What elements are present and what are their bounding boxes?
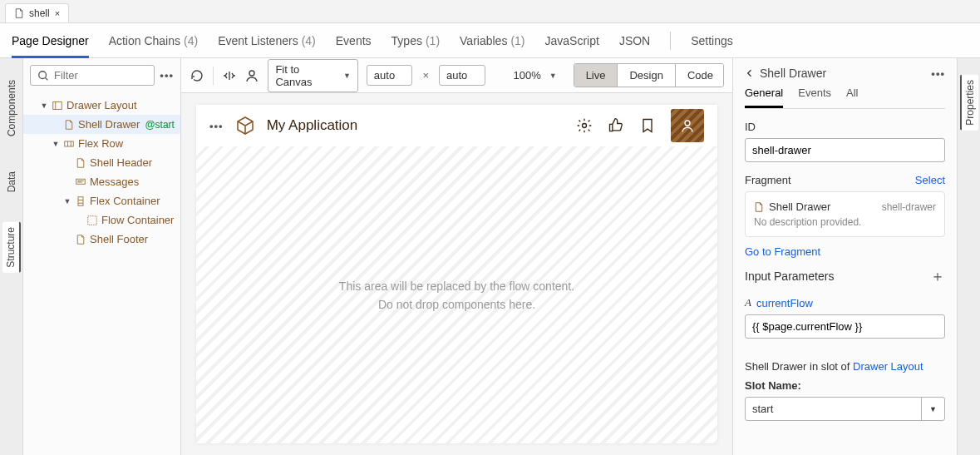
app-title: My Application: [267, 117, 358, 134]
tree-row[interactable]: Messages: [23, 172, 180, 191]
close-icon[interactable]: ×: [55, 8, 60, 18]
thumbs-up-icon[interactable]: [608, 117, 624, 134]
app-header: ••• My Application: [196, 105, 717, 146]
editor-toolbar: Fit to Canvas▼ auto × auto 100% ▼ Live D…: [181, 58, 732, 93]
add-param-icon[interactable]: ＋: [930, 266, 945, 286]
filter-input[interactable]: [54, 69, 147, 82]
app-menu-icon[interactable]: •••: [209, 120, 224, 132]
fragment-name: Shell Drawer: [769, 200, 830, 213]
structure-menu-icon[interactable]: •••: [160, 69, 174, 82]
tree-row[interactable]: ▼Flex Container: [23, 191, 180, 210]
zoom-chevron-icon[interactable]: ▼: [549, 72, 557, 80]
tab-javascript[interactable]: JavaScript: [545, 23, 599, 57]
mode-live[interactable]: Live: [574, 64, 618, 87]
tabs-separator: [670, 32, 671, 50]
svg-point-7: [583, 124, 587, 128]
chevron-down-icon: ▼: [343, 72, 351, 80]
tree-row[interactable]: Flow Container: [23, 210, 180, 230]
fragment-desc: No description provided.: [754, 216, 936, 228]
tab-all[interactable]: All: [846, 87, 858, 108]
rail-structure[interactable]: Structure: [2, 222, 21, 273]
caret-down-icon[interactable]: ▼: [40, 101, 48, 110]
rail-properties[interactable]: Properties: [960, 75, 978, 131]
app-logo-icon: [235, 116, 255, 136]
canvas-height-input[interactable]: auto: [439, 65, 485, 86]
zoom-label: 100%: [513, 69, 540, 82]
node-icon: [86, 215, 98, 225]
param-currentflow[interactable]: A currentFlow: [745, 296, 945, 309]
tab-general[interactable]: General: [745, 87, 783, 108]
tab-settings[interactable]: Settings: [691, 23, 733, 57]
rail-components[interactable]: Components: [6, 75, 17, 141]
param-name: currentFlow: [756, 297, 813, 309]
tree-row[interactable]: ▼Flex Row: [23, 134, 180, 153]
page-icon: [754, 202, 764, 212]
user-icon[interactable]: [245, 68, 260, 83]
editor-column: Fit to Canvas▼ auto × auto 100% ▼ Live D…: [181, 58, 732, 455]
file-tab-shell[interactable]: shell ×: [5, 3, 69, 22]
canvas: ••• My Application: [196, 105, 717, 443]
tab-event-listeners[interactable]: Event Listeners(4): [218, 23, 316, 57]
mode-design[interactable]: Design: [617, 64, 674, 87]
fragment-id: shell-drawer: [882, 201, 936, 213]
svg-point-6: [249, 71, 254, 76]
id-input[interactable]: [745, 138, 945, 162]
tab-json[interactable]: JSON: [619, 23, 650, 57]
chevron-down-icon[interactable]: ▼: [921, 398, 944, 420]
node-label: Flex Container: [90, 195, 160, 207]
node-icon: [75, 158, 86, 168]
svg-rect-3: [76, 179, 86, 184]
input-params-heading: Input Parameters: [745, 270, 834, 283]
param-value-input[interactable]: [745, 314, 945, 339]
mode-code[interactable]: Code: [675, 64, 724, 87]
tab-events[interactable]: Events: [336, 23, 372, 57]
svg-rect-4: [78, 196, 83, 205]
avatar[interactable]: [671, 109, 704, 142]
left-rail: Components Data Structure: [0, 58, 23, 455]
svg-point-0: [39, 71, 47, 78]
canvas-width-input[interactable]: auto: [367, 65, 413, 86]
node-icon: [75, 235, 86, 245]
reload-icon[interactable]: [190, 68, 204, 83]
tab-types[interactable]: Types(1): [392, 23, 440, 57]
fragment-label: Fragment: [745, 174, 791, 186]
canvas-fit-select[interactable]: Fit to Canvas▼: [268, 59, 357, 92]
page-icon: [14, 8, 24, 18]
separator: [213, 67, 214, 85]
filter-input-wrap[interactable]: [30, 65, 155, 86]
tab-action-chains[interactable]: Action Chains(4): [109, 23, 199, 57]
tree-row[interactable]: Shell Footer: [23, 230, 180, 249]
tree-row[interactable]: Shell Header: [23, 153, 180, 172]
slot-parent-link[interactable]: Drawer Layout: [853, 360, 923, 373]
slot-name-select[interactable]: start ▼: [745, 397, 945, 421]
properties-tabs: General Events All: [745, 87, 945, 109]
expand-icon[interactable]: [222, 68, 237, 83]
fragment-select-link[interactable]: Select: [915, 174, 945, 186]
tab-variables[interactable]: Variables(1): [460, 23, 524, 57]
node-icon: [52, 101, 63, 111]
gear-icon[interactable]: [576, 117, 593, 134]
tab-events-right[interactable]: Events: [798, 87, 831, 108]
id-label: ID: [745, 121, 945, 133]
file-tab-label: shell: [29, 7, 50, 19]
canvas-placeholder-2: Do not drop components here.: [378, 298, 535, 311]
structure-panel: ••• ▼Drawer LayoutShell Drawer@start▼Fle…: [23, 58, 181, 455]
node-label: Drawer Layout: [66, 99, 137, 111]
node-icon: [75, 196, 86, 206]
properties-menu-icon[interactable]: •••: [931, 67, 945, 80]
right-rail: Properties: [957, 58, 980, 455]
slot-badge: @start: [145, 119, 175, 131]
rail-data[interactable]: Data: [6, 166, 17, 197]
go-to-fragment-link[interactable]: Go to Fragment: [745, 245, 820, 258]
search-icon: [37, 70, 49, 82]
tab-page-designer[interactable]: Page Designer: [12, 23, 89, 58]
page-tabs: Page Designer Action Chains(4) Event Lis…: [0, 23, 980, 58]
back-icon[interactable]: [745, 68, 755, 78]
bookmark-icon[interactable]: [639, 117, 656, 134]
caret-down-icon[interactable]: ▼: [52, 140, 60, 148]
caret-down-icon[interactable]: ▼: [63, 197, 71, 205]
tree-row[interactable]: Shell Drawer@start: [23, 115, 180, 134]
svg-rect-2: [65, 141, 74, 146]
structure-tree: ▼Drawer LayoutShell Drawer@start▼Flex Ro…: [23, 92, 180, 252]
tree-row[interactable]: ▼Drawer Layout: [23, 96, 180, 115]
